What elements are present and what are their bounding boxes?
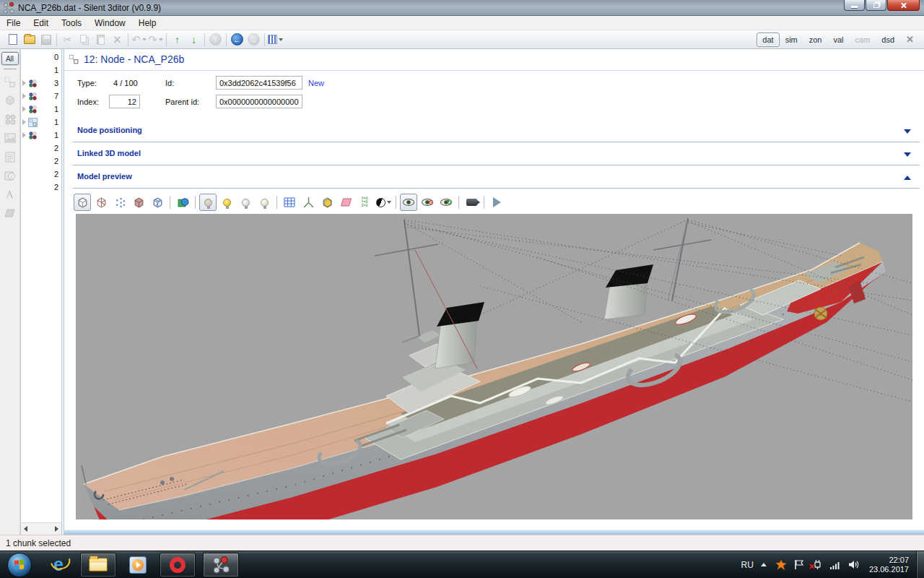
minimize-button[interactable]: [844, 0, 865, 11]
axes-toggle-button[interactable]: [300, 194, 317, 211]
menu-edit[interactable]: Edit: [27, 17, 55, 30]
menu-help[interactable]: Help: [132, 17, 163, 30]
tree-row[interactable]: 2: [21, 142, 61, 155]
menu-tools[interactable]: Tools: [55, 17, 88, 30]
panel-close-icon[interactable]: ✕: [900, 34, 920, 45]
light-multi-button[interactable]: [256, 194, 273, 211]
solid-wireframe-view-button[interactable]: [130, 194, 147, 211]
taskbar-explorer[interactable]: [80, 553, 116, 577]
tree-row[interactable]: 7: [21, 90, 61, 103]
action-center-flag-icon[interactable]: [794, 559, 804, 570]
paste-button[interactable]: [92, 32, 109, 48]
language-indicator[interactable]: RU: [741, 560, 754, 570]
bounding-box-button[interactable]: [318, 194, 336, 211]
textured-view-button[interactable]: [149, 194, 166, 211]
forward-button[interactable]: →: [245, 32, 262, 48]
open-file-button[interactable]: [21, 32, 38, 48]
clip-plane-button[interactable]: [337, 194, 354, 211]
restore-button[interactable]: [866, 0, 886, 11]
contrast-button[interactable]: [375, 194, 392, 211]
grid-toggle-button[interactable]: [281, 194, 298, 211]
tree-row[interactable]: 3: [21, 77, 61, 90]
tree-row-selected[interactable]: 1: [21, 116, 61, 129]
taskbar-clock[interactable]: 22:07 23.06.2017: [869, 556, 909, 574]
section-linked-3d-model[interactable]: Linked 3D model: [64, 143, 924, 165]
new-file-button[interactable]: [4, 32, 21, 48]
light-yellow-button[interactable]: [218, 194, 235, 211]
index-field[interactable]: [109, 95, 140, 108]
points-view-button[interactable]: [111, 194, 128, 211]
taskbar-opera[interactable]: [160, 553, 196, 577]
format-sim-button[interactable]: sim: [780, 33, 803, 47]
format-cam-button[interactable]: cam: [850, 33, 876, 47]
filter-node-icon[interactable]: [4, 75, 17, 88]
chevron-down-icon[interactable]: [904, 152, 911, 157]
id-field[interactable]: [216, 76, 302, 90]
format-dsd-button[interactable]: dsd: [876, 33, 900, 47]
delete-button[interactable]: ×: [109, 32, 126, 48]
volume-icon[interactable]: [848, 559, 860, 570]
show-desktop-button[interactable]: [916, 551, 924, 578]
show-model-button[interactable]: [400, 194, 417, 211]
expander-icon[interactable]: [22, 80, 26, 86]
materials-button[interactable]: [174, 194, 191, 211]
avast-tray-icon[interactable]: [775, 559, 787, 571]
camera-button[interactable]: [463, 194, 480, 211]
tree-row[interactable]: 1: [21, 64, 61, 77]
filter-all-button[interactable]: All: [1, 52, 19, 65]
tree-row[interactable]: 2: [21, 181, 61, 194]
filter-texture-icon[interactable]: [4, 131, 17, 144]
filter-font-icon[interactable]: A: [4, 188, 17, 201]
new-id-link[interactable]: New: [308, 79, 324, 87]
tree-row[interactable]: 0: [21, 51, 61, 64]
scroll-right-icon[interactable]: [55, 526, 58, 532]
chevron-up-icon[interactable]: [904, 176, 911, 180]
section-node-positioning[interactable]: Node positioning: [64, 120, 924, 142]
filter-info-icon[interactable]: i: [4, 169, 17, 182]
network-signal-icon[interactable]: [829, 560, 841, 570]
tree-row[interactable]: 1: [21, 129, 61, 142]
play-animation-button[interactable]: [488, 194, 505, 211]
show-shadow-button[interactable]: S: [419, 194, 436, 211]
light-white-button[interactable]: [237, 194, 254, 211]
expander-icon[interactable]: [22, 106, 26, 112]
filter-material-icon[interactable]: [4, 113, 17, 126]
origin-button[interactable]: X=0Y=0Z=0: [356, 194, 373, 211]
hidden-icons-arrow[interactable]: [761, 563, 767, 566]
format-dat-button[interactable]: dat: [757, 33, 779, 47]
copy-button[interactable]: [76, 32, 92, 48]
expander-icon[interactable]: [22, 132, 26, 138]
export-button[interactable]: ↑: [207, 32, 224, 48]
taskbar-media-player[interactable]: [123, 553, 152, 577]
close-button[interactable]: [887, 0, 920, 11]
solid-view-button[interactable]: [74, 194, 91, 211]
tree-row[interactable]: 2: [21, 168, 61, 181]
wireframe-view-button[interactable]: [92, 194, 110, 211]
parent-id-field[interactable]: [216, 95, 302, 108]
expander-icon[interactable]: [22, 119, 26, 125]
light-default-button[interactable]: [199, 194, 217, 211]
move-up-button[interactable]: ↑: [169, 32, 186, 48]
show-rotate-button[interactable]: ↻: [437, 194, 455, 211]
start-button[interactable]: [7, 553, 32, 577]
model-3d-viewport[interactable]: [76, 214, 912, 519]
menu-window[interactable]: Window: [88, 17, 132, 30]
cut-button[interactable]: ✂: [59, 32, 76, 48]
power-plug-icon[interactable]: ✕: [811, 559, 822, 570]
format-zon-button[interactable]: zon: [803, 33, 828, 47]
undo-button[interactable]: ↶: [131, 32, 147, 48]
taskbar-silent3ditor[interactable]: [203, 553, 239, 577]
back-button[interactable]: ←: [229, 32, 245, 48]
filter-plane-icon[interactable]: [4, 207, 17, 220]
expander-icon[interactable]: [22, 93, 26, 99]
menu-file[interactable]: File: [0, 17, 27, 30]
tree-horizontal-scrollbar[interactable]: [21, 522, 61, 535]
chevron-down-icon[interactable]: [904, 129, 911, 134]
move-down-button[interactable]: ↓: [186, 32, 202, 48]
section-model-preview[interactable]: Model preview: [64, 166, 924, 189]
redo-button[interactable]: ↷: [147, 32, 164, 48]
filter-model-icon[interactable]: [4, 94, 17, 107]
taskbar-ie[interactable]: e: [44, 553, 73, 577]
scroll-left-icon[interactable]: [24, 526, 27, 532]
columns-button[interactable]: [267, 32, 284, 48]
